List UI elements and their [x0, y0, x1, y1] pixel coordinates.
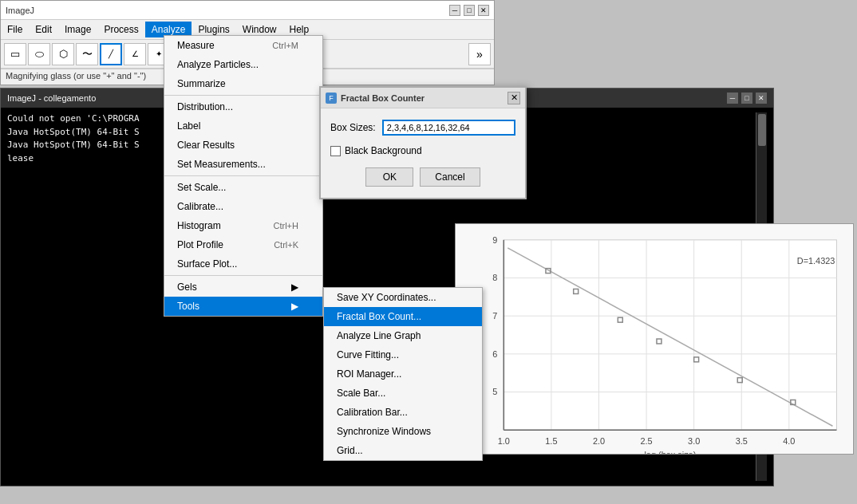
menu-distribution[interactable]: Distribution...	[164, 97, 322, 116]
black-background-row: Black Background	[330, 145, 515, 156]
analyze-dropdown: Measure Ctrl+M Analyze Particles... Summ…	[164, 35, 323, 317]
window-controls: ─ □ ✕	[449, 5, 489, 16]
menu-surface-plot[interactable]: Surface Plot...	[164, 254, 322, 274]
svg-text:D=1.4323: D=1.4323	[797, 256, 835, 266]
tool-angle[interactable]: ∠	[124, 43, 146, 65]
tool-extra[interactable]: »	[468, 43, 491, 65]
graph-window: 9 8 7 6 5 1.0 1.5 2.0 2.5 3.0 3.5 4.0 lo…	[455, 223, 854, 455]
console-line-1: Could not open 'C:\PROGRA	[7, 112, 175, 126]
dialog-icon: F	[326, 93, 337, 104]
submenu-curve-fitting[interactable]: Curve Fitting...	[324, 345, 482, 364]
menu-summarize[interactable]: Summarize	[164, 74, 322, 93]
dialog-titlebar: F Fractal Box Counter ✕	[321, 88, 525, 108]
svg-text:2.5: 2.5	[640, 436, 652, 446]
black-background-label: Black Background	[345, 145, 422, 156]
maximize-button[interactable]: □	[464, 5, 475, 16]
divider-3	[164, 275, 322, 276]
svg-text:2.0: 2.0	[593, 436, 605, 446]
status-text: Magnifying glass (or use "+" and "-")	[6, 71, 146, 81]
svg-text:1.5: 1.5	[545, 436, 557, 446]
svg-text:5: 5	[492, 388, 497, 397]
cancel-button[interactable]: Cancel	[420, 167, 480, 187]
dialog-buttons: OK Cancel	[330, 167, 515, 187]
tool-rectangle[interactable]: ▭	[4, 43, 26, 65]
tools-submenu: Save XY Coordinates... Fractal Box Count…	[323, 287, 483, 461]
svg-text:4.0: 4.0	[783, 436, 795, 446]
minimize-button[interactable]: ─	[449, 5, 460, 16]
menu-image[interactable]: Image	[58, 22, 97, 37]
submenu-analyze-line-graph[interactable]: Analyze Line Graph	[324, 326, 482, 345]
close-button[interactable]: ✕	[478, 5, 489, 16]
menu-gels[interactable]: Gels ▶	[164, 278, 322, 297]
ok-button[interactable]: OK	[365, 167, 413, 187]
console-line-3: Java HotSpot(TM) 64-Bit S	[7, 139, 175, 152]
svg-text:log (box size): log (box size)	[644, 450, 696, 454]
scrollbar-thumb[interactable]	[758, 114, 766, 146]
menu-plot-profile[interactable]: Plot Profile Ctrl+K	[164, 235, 322, 254]
console-title: ImageJ - collegamento	[7, 93, 96, 103]
menu-set-measurements[interactable]: Set Measurements...	[164, 155, 322, 174]
console-line-2: Java HotSpot(TM) 64-Bit S	[7, 126, 175, 140]
box-sizes-label: Box Sizes:	[330, 122, 376, 133]
black-background-checkbox[interactable]	[330, 146, 341, 156]
tool-freehand[interactable]: 〜	[76, 43, 98, 65]
dialog-close-button[interactable]: ✕	[507, 92, 520, 104]
main-titlebar: ImageJ ─ □ ✕	[1, 1, 494, 20]
submenu-calibration-bar[interactable]: Calibration Bar...	[324, 403, 482, 422]
box-sizes-field: Box Sizes:	[330, 120, 515, 136]
svg-text:9: 9	[492, 235, 497, 245]
submenu-fractal-box-count[interactable]: Fractal Box Count...	[324, 307, 482, 326]
svg-text:3.5: 3.5	[736, 436, 748, 446]
console-left-panel: Could not open 'C:\PROGRA Java HotSpot(T…	[7, 112, 175, 481]
tool-line[interactable]: ╱	[100, 43, 122, 65]
menu-label[interactable]: Label	[164, 116, 322, 136]
menu-file[interactable]: File	[1, 22, 29, 37]
dialog-body: Box Sizes: Black Background OK Cancel	[321, 108, 525, 198]
submenu-save-xy[interactable]: Save XY Coordinates...	[324, 288, 482, 307]
submenu-grid[interactable]: Grid...	[324, 441, 482, 460]
menu-histogram[interactable]: Histogram Ctrl+H	[164, 216, 322, 235]
svg-text:7: 7	[492, 311, 497, 321]
menu-calibrate[interactable]: Calibrate...	[164, 197, 322, 216]
main-window-title: ImageJ	[6, 6, 34, 15]
dialog-title-text: Fractal Box Counter	[341, 93, 425, 103]
fractal-graph: 9 8 7 6 5 1.0 1.5 2.0 2.5 3.0 3.5 4.0 lo…	[456, 224, 853, 454]
tool-oval[interactable]: ⬭	[28, 43, 50, 65]
submenu-scale-bar[interactable]: Scale Bar...	[324, 384, 482, 403]
menu-set-scale[interactable]: Set Scale...	[164, 178, 322, 197]
tool-polygon[interactable]: ⬡	[52, 43, 74, 65]
menu-process[interactable]: Process	[97, 22, 144, 37]
menu-tools[interactable]: Tools ▶	[164, 297, 322, 316]
divider-1	[164, 95, 322, 96]
menu-measure[interactable]: Measure Ctrl+M	[164, 36, 322, 55]
dialog-title-left: F Fractal Box Counter	[326, 93, 425, 104]
console-close[interactable]: ✕	[756, 93, 767, 104]
box-sizes-input[interactable]	[382, 120, 515, 136]
console-maximize[interactable]: □	[741, 93, 752, 104]
menu-analyze-particles[interactable]: Analyze Particles...	[164, 55, 322, 74]
menu-edit[interactable]: Edit	[29, 22, 58, 37]
svg-text:8: 8	[492, 274, 497, 283]
console-controls: ─ □ ✕	[727, 93, 767, 104]
submenu-synchronize-windows[interactable]: Synchronize Windows	[324, 422, 482, 441]
svg-text:6: 6	[492, 349, 497, 359]
console-minimize[interactable]: ─	[727, 93, 738, 104]
menu-clear-results[interactable]: Clear Results	[164, 136, 322, 155]
fractal-dialog: F Fractal Box Counter ✕ Box Sizes: Black…	[319, 86, 527, 199]
svg-text:3.0: 3.0	[688, 436, 700, 446]
svg-text:1.0: 1.0	[498, 436, 510, 446]
submenu-roi-manager[interactable]: ROI Manager...	[324, 364, 482, 384]
divider-2	[164, 175, 322, 176]
console-line-4: lease	[7, 152, 175, 166]
